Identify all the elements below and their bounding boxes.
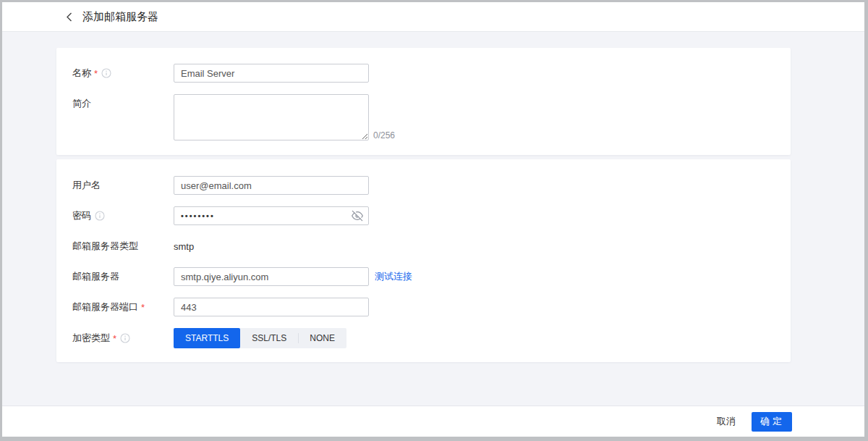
segment-ssl-tls[interactable]: SSL/TLS xyxy=(240,328,298,348)
cancel-button[interactable]: 取消 xyxy=(711,411,741,432)
toggle-password-visibility-button[interactable] xyxy=(352,210,363,222)
char-counter: 0/256 xyxy=(373,130,395,140)
name-field-row: 名称 * xyxy=(72,64,775,83)
server-type-value: smtp xyxy=(174,241,194,252)
server-type-row: 邮箱服务器类型 smtp xyxy=(72,237,775,256)
name-label: 名称 * xyxy=(72,67,174,80)
main-content: 名称 * 简介 xyxy=(2,32,864,406)
username-label: 用户名 xyxy=(72,179,174,192)
test-connection-link[interactable]: 测试连接 xyxy=(375,270,412,283)
basic-info-card: 名称 * 简介 xyxy=(56,48,791,155)
username-field-row: 用户名 xyxy=(72,176,775,195)
required-mark: * xyxy=(94,68,98,79)
chevron-left-icon xyxy=(65,12,74,22)
page-header: 添加邮箱服务器 xyxy=(2,2,864,32)
app-window: 添加邮箱服务器 名称 * xyxy=(2,2,864,437)
confirm-button[interactable]: 确定 xyxy=(752,412,792,432)
server-host-row: 邮箱服务器 测试连接 xyxy=(72,267,775,286)
password-label: 密码 xyxy=(72,209,174,222)
server-host-input[interactable] xyxy=(174,267,369,286)
password-field-row: 密码 xyxy=(72,206,775,225)
name-input[interactable] xyxy=(174,64,369,83)
description-label: 简介 xyxy=(72,94,174,113)
description-textarea[interactable] xyxy=(174,94,369,140)
description-field-row: 简介 0/256 xyxy=(72,94,775,140)
encryption-row: 加密类型 * STARTTLS SSL/TLS NONE xyxy=(72,328,775,348)
segment-none[interactable]: NONE xyxy=(298,328,346,348)
info-icon[interactable] xyxy=(95,211,105,221)
username-input[interactable] xyxy=(174,176,369,195)
footer-action-bar: 取消 确定 xyxy=(2,406,864,437)
page-title: 添加邮箱服务器 xyxy=(82,10,158,24)
server-type-label: 邮箱服务器类型 xyxy=(72,240,174,253)
password-input[interactable] xyxy=(174,206,369,225)
server-host-label: 邮箱服务器 xyxy=(72,270,174,283)
server-port-label: 邮箱服务器端口 * xyxy=(72,301,174,314)
info-icon[interactable] xyxy=(101,68,111,78)
eye-off-icon xyxy=(352,210,363,222)
back-button[interactable] xyxy=(64,11,75,22)
server-settings-card: 用户名 密码 xyxy=(56,159,791,362)
required-mark: * xyxy=(113,333,116,344)
server-port-input[interactable] xyxy=(174,298,369,316)
segment-starttls[interactable]: STARTTLS xyxy=(174,328,240,348)
required-mark: * xyxy=(141,302,145,313)
info-icon[interactable] xyxy=(120,333,130,343)
encryption-segmented-control: STARTTLS SSL/TLS NONE xyxy=(174,328,346,348)
server-port-row: 邮箱服务器端口 * xyxy=(72,298,775,316)
encryption-label: 加密类型 * xyxy=(72,332,174,345)
